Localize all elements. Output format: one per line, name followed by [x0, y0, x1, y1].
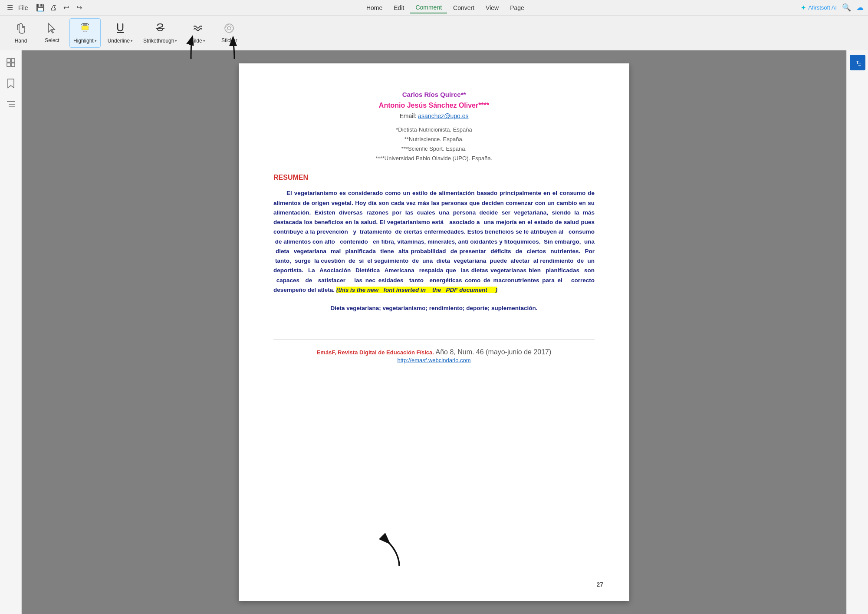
- menu-convert[interactable]: Convert: [448, 2, 480, 13]
- menu-comment[interactable]: Comment: [410, 2, 447, 13]
- highlight-tool-button[interactable]: Highlight ▾: [69, 18, 101, 48]
- authors-section: Carlos Ríos Quirce** Antonio Jesús Sánch…: [273, 89, 595, 163]
- toolbar-icons-left: 💾 🖨 ↩ ↪: [34, 2, 85, 14]
- strikethrough-dropdown-arrow: ▾: [175, 39, 177, 43]
- strikethrough-icon: [154, 22, 166, 36]
- sidebar-outline-icon[interactable]: [3, 96, 19, 112]
- author1-name: Carlos Ríos Quirce**: [273, 89, 595, 100]
- toolbar-wrapper: ☰ File 💾 🖨 ↩ ↪ Home Edit Comment Convert…: [0, 0, 868, 50]
- tilde-dropdown-arrow: ▾: [203, 39, 205, 43]
- menu-home[interactable]: Home: [361, 2, 388, 13]
- underline-label: Underline: [108, 38, 130, 44]
- right-sidebar-translate-icon[interactable]: T ☰: [850, 55, 865, 70]
- footer-journal-normal: Año 8, Num. 46 (mayo-junio de 2017): [434, 348, 551, 356]
- select-icon: [47, 23, 57, 36]
- hand-tool-button[interactable]: Hand: [7, 18, 35, 48]
- hamburger-icon[interactable]: ☰: [4, 2, 16, 13]
- svg-rect-0: [82, 26, 89, 30]
- footer-journal-bold: EmásF, Revista Digital de Educación Físi…: [317, 349, 434, 356]
- affiliation-3: ***Scienfic Sport. España.: [273, 144, 595, 154]
- email-link[interactable]: asanchez@upo.es: [418, 112, 468, 119]
- search-button[interactable]: 🔍: [842, 3, 851, 12]
- affiliation-2: **Nutriscience. España.: [273, 135, 595, 144]
- highlight-icon: [79, 22, 91, 36]
- left-sidebar: [0, 50, 22, 614]
- tool-buttons-bar: Hand Select Highlight: [0, 16, 868, 50]
- footer-journal-line: EmásF, Revista Digital de Educación Físi…: [273, 348, 595, 356]
- sidebar-bookmark-icon[interactable]: [3, 76, 19, 91]
- afirstsoft-label: ✦ Afirstsoft AI: [801, 4, 837, 12]
- menu-page[interactable]: Page: [505, 2, 529, 13]
- highlight-arrow-svg: [239, 471, 629, 601]
- menu-right: ✦ Afirstsoft AI 🔍 ☁: [801, 3, 864, 12]
- affiliation-4: ****Universidad Pablo Olavide (UPO). Esp…: [273, 154, 595, 163]
- svg-rect-8: [7, 63, 10, 66]
- svg-rect-7: [11, 59, 15, 62]
- highlighted-text: (this is the new font inserted in the PD…: [336, 287, 497, 293]
- body-text: El vegetarianismo es considerado como un…: [273, 188, 595, 295]
- affiliations: *Dietista-Nutricionista. España **Nutris…: [273, 125, 595, 163]
- sticker-tool-button[interactable]: Sticker: [215, 18, 243, 48]
- svg-rect-9: [11, 63, 15, 66]
- svg-rect-6: [7, 59, 10, 62]
- underline-tool-button[interactable]: Underline ▾: [104, 18, 136, 48]
- select-label: Select: [45, 37, 59, 43]
- cloud-button[interactable]: ☁: [856, 3, 864, 12]
- hand-label: Hand: [15, 38, 27, 44]
- resumen-heading: RESUMEN: [273, 174, 595, 182]
- file-menu[interactable]: File: [18, 4, 28, 11]
- underline-label-row: Underline ▾: [108, 38, 133, 44]
- author2-name: Antonio Jesús Sánchez Oliver****: [273, 100, 595, 111]
- tilde-label: Tilde: [191, 38, 202, 44]
- main-area: Carlos Ríos Quirce** Antonio Jesús Sánch…: [0, 50, 868, 614]
- sticker-icon: [224, 23, 235, 36]
- tilde-tool-button[interactable]: Tilde ▾: [184, 18, 212, 48]
- sticker-label: Sticker: [221, 37, 237, 43]
- sidebar-thumbnail-icon[interactable]: [3, 55, 19, 70]
- svg-text:☰: ☰: [858, 63, 861, 66]
- pdf-area[interactable]: Carlos Ríos Quirce** Antonio Jesús Sánch…: [22, 50, 846, 614]
- page-number: 27: [596, 581, 603, 588]
- star-icon: ✦: [801, 4, 806, 12]
- save-button[interactable]: 💾: [34, 2, 46, 14]
- strikethrough-label-row: Strikethrough ▾: [143, 38, 177, 44]
- svg-rect-1: [83, 24, 87, 26]
- strikethrough-tool-button[interactable]: Strikethrough ▾: [140, 18, 181, 48]
- print-button[interactable]: 🖨: [47, 2, 59, 14]
- highlight-label-row: Highlight ▾: [73, 38, 97, 44]
- affiliation-1: *Dietista-Nutricionista. España: [273, 125, 595, 135]
- menu-bar-left: ☰ File: [4, 2, 28, 13]
- menu-view[interactable]: View: [480, 2, 504, 13]
- menu-items: Home Edit Comment Convert View Page: [92, 2, 799, 13]
- menu-edit[interactable]: Edit: [388, 2, 409, 13]
- underline-icon: [115, 22, 125, 36]
- footer-section: EmásF, Revista Digital de Educación Físi…: [273, 339, 595, 363]
- underline-dropdown-arrow: ▾: [131, 39, 133, 43]
- menu-bar: ☰ File 💾 🖨 ↩ ↪ Home Edit Comment Convert…: [0, 0, 868, 16]
- email-line: Email: asanchez@upo.es: [273, 111, 595, 121]
- highlight-dropdown-arrow: ▾: [95, 39, 97, 43]
- footer-url[interactable]: http://emasf.webcindario.com: [273, 357, 595, 363]
- undo-button[interactable]: ↩: [60, 2, 72, 14]
- right-sidebar: T ☰: [846, 50, 868, 614]
- keywords-line: Dieta vegetariana; vegetarianismo; rendi…: [273, 304, 595, 313]
- highlight-label: Highlight: [73, 38, 94, 44]
- select-tool-button[interactable]: Select: [38, 18, 66, 48]
- hand-icon: [15, 22, 26, 36]
- redo-button[interactable]: ↪: [73, 2, 85, 14]
- strikethrough-label: Strikethrough: [143, 38, 174, 44]
- tilde-label-row: Tilde ▾: [191, 38, 205, 44]
- tilde-icon: [192, 22, 204, 36]
- pdf-page: Carlos Ríos Quirce** Antonio Jesús Sánch…: [239, 63, 629, 601]
